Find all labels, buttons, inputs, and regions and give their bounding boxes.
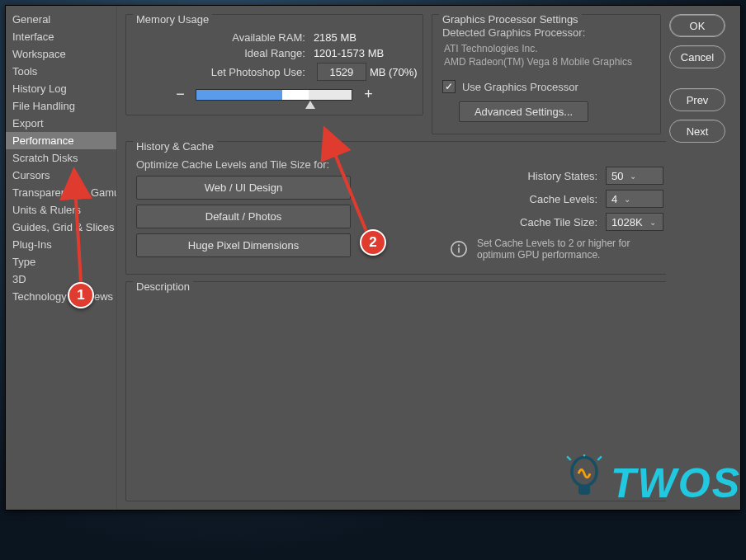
ideal-range-label: Ideal Range: — [136, 47, 305, 59]
sidebar-item-label: Scratch Disks — [12, 152, 78, 164]
next-button[interactable]: Next — [669, 120, 725, 143]
history-states-value: 50 — [611, 170, 623, 182]
sidebar-item-label: Units & Rulers — [12, 204, 81, 216]
sidebar-item-workspace[interactable]: Workspace — [6, 45, 116, 63]
dialog-action-buttons: OK Cancel Prev Next — [669, 6, 735, 510]
chevron-down-icon: ⌄ — [649, 218, 656, 227]
sidebar-item-label: Guides, Grid & Slices — [12, 221, 115, 233]
main-content: Memory Usage Available RAM: 2185 MB Idea… — [117, 6, 666, 510]
checkbox-icon[interactable]: ✓ — [442, 80, 456, 93]
memory-slider-ideal-range — [282, 90, 309, 100]
sidebar-item-label: Interface — [12, 31, 54, 43]
use-gpu-label: Use Graphics Processor — [462, 81, 578, 93]
svg-line-9 — [597, 456, 602, 460]
watermark-text: TWOS — [611, 459, 741, 507]
cache-levels-dropdown[interactable]: 4 ⌄ — [606, 190, 663, 208]
sidebar-item-performance[interactable]: Performance — [6, 132, 116, 149]
detected-gpu-line1: ATI Technologies Inc. — [444, 42, 649, 55]
sidebar-item-technology-previews[interactable]: Technology Previews — [6, 288, 116, 305]
lightbulb-icon — [564, 454, 604, 512]
memory-slider-minus[interactable]: − — [172, 86, 187, 103]
history-states-label: History States: — [527, 170, 597, 182]
sidebar-item-label: Tools — [12, 65, 37, 78]
sidebar-item-export[interactable]: Export — [6, 115, 116, 132]
sidebar-item-tools[interactable]: Tools — [6, 63, 116, 80]
annotation-callout-1: 1 — [68, 282, 94, 308]
group-history-cache: History & Cache Optimize Cache Levels an… — [125, 141, 666, 275]
sidebar-item-units-rulers[interactable]: Units & Rulers — [6, 201, 116, 219]
sidebar-item-guides-grid-slices[interactable]: Guides, Grid & Slices — [6, 219, 116, 236]
let-photoshop-use-label: Let Photoshop Use: — [136, 66, 305, 78]
annotation-number: 2 — [369, 234, 376, 251]
prev-button[interactable]: Prev — [669, 88, 725, 111]
use-gpu-checkbox-row[interactable]: ✓ Use Graphics Processor — [442, 80, 650, 93]
group-title: Memory Usage — [133, 13, 212, 26]
sidebar-categories: General Interface Workspace Tools Histor… — [6, 6, 117, 510]
group-title: History & Cache — [133, 140, 217, 153]
cache-tile-size-label: Cache Tile Size: — [520, 216, 597, 228]
svg-rect-6 — [578, 485, 590, 495]
chevron-down-icon: ⌄ — [630, 172, 636, 181]
sidebar-item-general[interactable]: General — [6, 11, 116, 28]
sidebar-item-history-log[interactable]: History Log — [6, 80, 116, 97]
optimize-label: Optimize Cache Levels and Tile Size for: — [136, 158, 359, 171]
history-states-dropdown[interactable]: 50 ⌄ — [606, 167, 663, 185]
sidebar-item-label: History Log — [12, 82, 67, 95]
sidebar-item-plug-ins[interactable]: Plug-Ins — [6, 236, 116, 253]
sidebar-item-label: Export — [12, 117, 44, 129]
annotation-callout-2: 2 — [360, 229, 386, 256]
sidebar-item-label: General — [12, 13, 50, 26]
dialog-preferences: General Interface Workspace Tools Histor… — [5, 5, 741, 511]
sidebar-item-scratch-disks[interactable]: Scratch Disks — [6, 149, 116, 167]
cache-tile-size-dropdown[interactable]: 1028K ⌄ — [606, 213, 663, 231]
group-title: Graphics Processor Settings — [439, 13, 582, 26]
sidebar-item-label: File Handling — [12, 100, 75, 112]
ok-button[interactable]: OK — [669, 14, 725, 37]
group-graphics-processor: Graphics Processor Settings Detected Gra… — [432, 14, 661, 134]
advanced-settings-button[interactable]: Advanced Settings... — [459, 101, 588, 122]
cache-tile-size-value: 1028K — [611, 216, 643, 228]
optimize-web-ui-button[interactable]: Web / UI Design — [136, 176, 351, 200]
sidebar-item-label: Type — [12, 256, 35, 268]
sidebar-item-label: Cursors — [12, 169, 50, 181]
cache-levels-value: 4 — [611, 193, 617, 205]
let-photoshop-use-suffix: MB (70%) — [370, 66, 418, 78]
svg-line-8 — [567, 456, 571, 460]
available-ram-label: Available RAM: — [136, 31, 305, 44]
sidebar-item-cursors[interactable]: Cursors — [6, 167, 116, 184]
sidebar-item-transparency-gamut[interactable]: Transparency & Gamut — [6, 184, 116, 201]
info-icon — [449, 239, 469, 259]
ideal-range-value: 1201-1573 MB — [314, 47, 413, 59]
cache-levels-label: Cache Levels: — [530, 193, 597, 205]
sidebar-item-3d[interactable]: 3D — [6, 271, 116, 288]
annotation-number: 1 — [77, 287, 84, 304]
memory-slider[interactable] — [196, 89, 352, 101]
optimize-default-photos-button[interactable]: Default / Photos — [136, 205, 351, 228]
sidebar-item-label: 3D — [12, 273, 26, 285]
group-memory-usage: Memory Usage Available RAM: 2185 MB Idea… — [125, 14, 423, 115]
memory-slider-thumb[interactable] — [305, 101, 315, 109]
svg-point-2 — [458, 245, 460, 247]
available-ram-value: 2185 MB — [314, 31, 413, 44]
sidebar-item-label: Technology Previews — [12, 290, 113, 303]
cancel-button[interactable]: Cancel — [669, 45, 725, 68]
sidebar-item-label: Workspace — [12, 48, 66, 60]
memory-slider-plus[interactable]: + — [361, 86, 375, 103]
group-title: Description — [133, 280, 193, 293]
detected-gpu-label: Detected Graphics Processor: — [442, 26, 650, 39]
cache-note-text: Set Cache Levels to 2 or higher for opti… — [477, 238, 663, 261]
chevron-down-icon: ⌄ — [624, 195, 630, 204]
memory-slider-fill — [196, 90, 281, 100]
detected-gpu-line2: AMD Radeon(TM) Vega 8 Mobile Graphics — [444, 55, 649, 68]
watermark-logo: TWOS — [564, 454, 741, 512]
optimize-huge-pixel-button[interactable]: Huge Pixel Dimensions — [136, 233, 351, 257]
sidebar-item-type[interactable]: Type — [6, 253, 116, 271]
sidebar-item-label: Transparency & Gamut — [12, 186, 116, 199]
sidebar-item-file-handling[interactable]: File Handling — [6, 97, 116, 115]
sidebar-item-label: Plug-Ins — [12, 238, 52, 251]
sidebar-item-label: Performance — [12, 134, 73, 147]
let-photoshop-use-input[interactable] — [317, 63, 366, 81]
sidebar-item-interface[interactable]: Interface — [6, 28, 116, 45]
